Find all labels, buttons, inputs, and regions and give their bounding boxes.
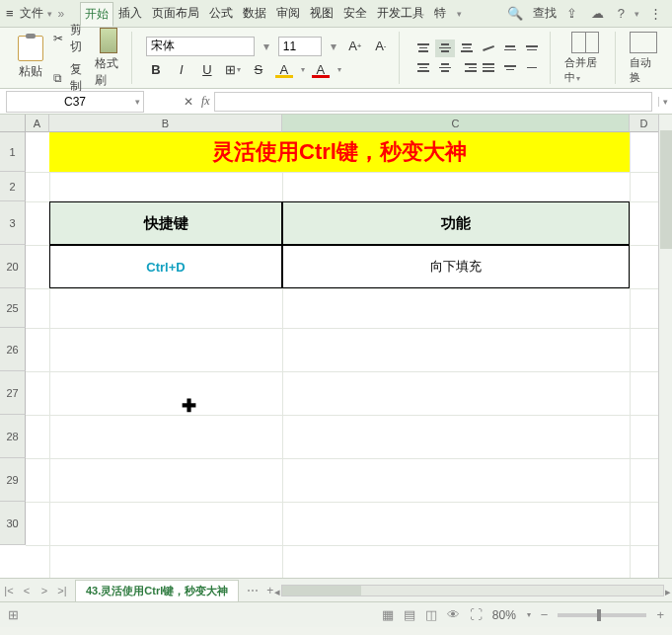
row-header[interactable]: 28 — [0, 415, 26, 458]
bold-button[interactable]: B — [146, 60, 166, 80]
chevron-down-icon[interactable]: ▾ — [527, 610, 531, 619]
tab-data[interactable]: 数据 — [238, 1, 271, 26]
orientation-button[interactable] — [479, 40, 498, 57]
row-header[interactable]: 25 — [0, 288, 26, 328]
sheet-nav-last[interactable]: >| — [53, 585, 71, 596]
sheet-nav-next[interactable]: > — [36, 585, 53, 596]
view-page-icon[interactable]: ▤ — [404, 607, 415, 622]
tab-view[interactable]: 视图 — [305, 1, 338, 26]
hscroll-right-icon[interactable]: ▸ — [659, 586, 672, 598]
scroll-thumb[interactable] — [282, 586, 361, 595]
zoom-thumb[interactable] — [597, 609, 601, 621]
share-icon[interactable]: ⇪ — [562, 6, 581, 21]
align-bottom-button[interactable] — [457, 40, 477, 57]
file-menu[interactable]: 文件 ▾ — [20, 5, 52, 22]
col-header-D[interactable]: D — [630, 115, 659, 132]
tab-start[interactable]: 开始 — [80, 2, 113, 27]
justify-button[interactable] — [479, 59, 498, 77]
scroll-thumb[interactable] — [660, 130, 672, 249]
strike-button[interactable]: S — [249, 60, 268, 80]
table-cell-function[interactable]: 向下填充 — [282, 245, 630, 288]
formula-input[interactable] — [214, 92, 652, 112]
row-header[interactable]: 26 — [0, 328, 26, 371]
chevron-down-icon[interactable]: ▾ — [135, 97, 140, 107]
sheet-nav-prev[interactable]: < — [18, 585, 36, 596]
row-header[interactable]: 3 — [0, 201, 26, 245]
view-break-icon[interactable]: ◫ — [425, 607, 437, 622]
fx-cancel-icon[interactable]: ✕ — [184, 95, 193, 109]
format-painter-button[interactable]: 格式刷 — [95, 28, 123, 89]
tab-devtools[interactable]: 开发工具 — [372, 1, 429, 26]
tab-layout[interactable]: 页面布局 — [147, 1, 204, 26]
sheet-tab-active[interactable]: 43.灵活使用Ctrl键，秒变大神 — [75, 580, 239, 601]
zoom-in-icon[interactable]: + — [656, 607, 664, 622]
paste-button[interactable]: 粘贴 — [14, 36, 47, 80]
merge-center-button[interactable]: 合并居中▾ — [564, 32, 607, 85]
align-center-button[interactable] — [435, 59, 455, 77]
indent-decrease-button[interactable] — [500, 40, 520, 57]
row-header[interactable]: 29 — [0, 458, 26, 502]
tab-extra[interactable]: 特 — [429, 1, 451, 26]
zoom-out-icon[interactable]: − — [541, 607, 549, 622]
reading-mode-icon[interactable]: 👁 — [447, 607, 460, 622]
font-dropdown-icon[interactable]: ▾ — [261, 40, 272, 53]
chevron-down-icon[interactable]: ▾ — [635, 9, 639, 19]
underline-button[interactable]: U — [197, 60, 217, 80]
align-left-button[interactable] — [413, 59, 433, 77]
table-cell-shortcut[interactable]: Ctrl+D — [49, 245, 282, 288]
distribute-button[interactable] — [500, 59, 520, 77]
vertical-scrollbar[interactable] — [658, 115, 672, 578]
status-mode-icon[interactable]: ⊞ — [8, 607, 19, 622]
col-header-A[interactable]: A — [26, 115, 49, 132]
select-all-corner[interactable] — [0, 115, 26, 132]
fill-color-button[interactable]: A — [274, 60, 294, 80]
col-header-C[interactable]: C — [282, 115, 630, 132]
wrap-dropdown-button[interactable] — [522, 59, 542, 77]
more-icon[interactable]: » — [58, 7, 65, 21]
font-size-select[interactable] — [278, 37, 322, 56]
help-icon[interactable]: ? — [614, 6, 629, 21]
row-header[interactable]: 1 — [0, 132, 26, 172]
search-label[interactable]: 查找 — [533, 5, 557, 22]
formula-expand-icon[interactable]: ▾ — [658, 97, 672, 107]
size-dropdown-icon[interactable]: ▾ — [328, 40, 339, 53]
auto-wrap-button[interactable]: 自动换 — [630, 32, 658, 85]
sheet-nav-first[interactable]: |< — [0, 585, 18, 596]
align-middle-button[interactable] — [435, 40, 455, 57]
align-top-button[interactable] — [413, 40, 433, 57]
row-header[interactable]: 2 — [0, 172, 26, 201]
font-color-dropdown-icon[interactable]: ▾ — [337, 65, 341, 74]
cloud-icon[interactable]: ☁ — [587, 6, 608, 21]
italic-button[interactable]: I — [172, 60, 191, 80]
row-header[interactable]: 27 — [0, 371, 26, 415]
fill-color-dropdown-icon[interactable]: ▾ — [301, 65, 305, 74]
tab-formula[interactable]: 公式 — [204, 1, 238, 26]
tab-review[interactable]: 审阅 — [271, 1, 305, 26]
font-name-select[interactable] — [146, 37, 255, 56]
menu-icon[interactable]: ≡ — [6, 6, 14, 21]
align-right-button[interactable] — [457, 59, 477, 77]
font-color-button[interactable]: A — [311, 60, 331, 80]
col-header-B[interactable]: B — [49, 115, 282, 132]
sheet-options-icon[interactable]: ⋯ — [247, 584, 259, 597]
tab-security[interactable]: 安全 — [338, 1, 372, 26]
increase-font-button[interactable]: A+ — [345, 37, 365, 56]
name-box[interactable]: C37 ▾ — [6, 91, 144, 113]
table-header-function[interactable]: 功能 — [282, 201, 630, 245]
indent-increase-button[interactable] — [522, 40, 542, 57]
row-header[interactable]: 20 — [0, 245, 26, 288]
horizontal-scrollbar[interactable]: ◂ ▸ — [281, 585, 664, 596]
decrease-font-button[interactable]: A- — [371, 37, 391, 56]
copy-button[interactable]: ⧉ 复制 — [53, 61, 89, 95]
fx-label-icon[interactable]: fx — [201, 94, 210, 109]
cells-area[interactable]: 灵活使用Ctrl键，秒变大神 快捷键 功能 Ctrl+D 向下填充 ✚ — [26, 132, 672, 578]
tabs-overflow-icon[interactable]: ▾ — [457, 9, 462, 19]
search-icon[interactable]: 🔍 — [503, 6, 527, 21]
border-button[interactable]: ⊞▾ — [223, 60, 243, 80]
view-normal-icon[interactable]: ▦ — [382, 607, 394, 622]
zoom-slider[interactable] — [558, 613, 646, 617]
table-header-shortcut[interactable]: 快捷键 — [49, 201, 282, 245]
row-header[interactable]: 30 — [0, 502, 26, 545]
fullscreen-icon[interactable]: ⛶ — [470, 607, 483, 622]
title-banner-cell[interactable]: 灵活使用Ctrl键，秒变大神 — [49, 132, 630, 172]
